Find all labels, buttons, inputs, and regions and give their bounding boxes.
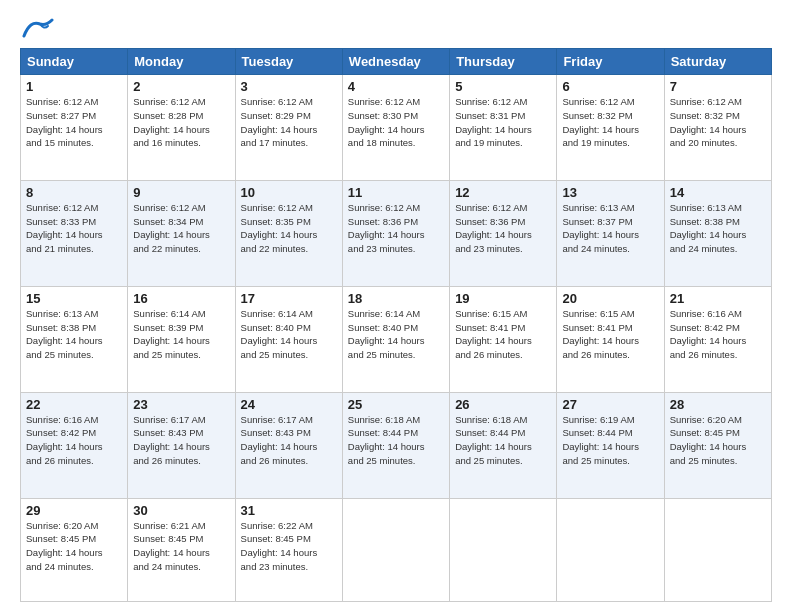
day-info: Sunrise: 6:12 AMSunset: 8:35 PMDaylight:… bbox=[241, 201, 337, 256]
day-info: Sunrise: 6:16 AMSunset: 8:42 PMDaylight:… bbox=[670, 307, 766, 362]
day-number: 5 bbox=[455, 79, 551, 94]
day-number: 10 bbox=[241, 185, 337, 200]
day-number: 8 bbox=[26, 185, 122, 200]
calendar-week-row: 15Sunrise: 6:13 AMSunset: 8:38 PMDayligh… bbox=[21, 286, 772, 392]
day-info: Sunrise: 6:12 AMSunset: 8:33 PMDaylight:… bbox=[26, 201, 122, 256]
calendar-cell: 30Sunrise: 6:21 AMSunset: 8:45 PMDayligh… bbox=[128, 498, 235, 601]
day-info: Sunrise: 6:12 AMSunset: 8:36 PMDaylight:… bbox=[455, 201, 551, 256]
day-info: Sunrise: 6:13 AMSunset: 8:38 PMDaylight:… bbox=[26, 307, 122, 362]
day-info: Sunrise: 6:19 AMSunset: 8:44 PMDaylight:… bbox=[562, 413, 658, 468]
day-info: Sunrise: 6:16 AMSunset: 8:42 PMDaylight:… bbox=[26, 413, 122, 468]
day-number: 2 bbox=[133, 79, 229, 94]
day-info: Sunrise: 6:18 AMSunset: 8:44 PMDaylight:… bbox=[455, 413, 551, 468]
calendar-header-sunday: Sunday bbox=[21, 49, 128, 75]
day-info: Sunrise: 6:15 AMSunset: 8:41 PMDaylight:… bbox=[455, 307, 551, 362]
calendar-header-wednesday: Wednesday bbox=[342, 49, 449, 75]
day-number: 25 bbox=[348, 397, 444, 412]
day-info: Sunrise: 6:15 AMSunset: 8:41 PMDaylight:… bbox=[562, 307, 658, 362]
day-info: Sunrise: 6:13 AMSunset: 8:37 PMDaylight:… bbox=[562, 201, 658, 256]
day-info: Sunrise: 6:12 AMSunset: 8:36 PMDaylight:… bbox=[348, 201, 444, 256]
calendar-cell bbox=[557, 498, 664, 601]
calendar-header-tuesday: Tuesday bbox=[235, 49, 342, 75]
day-number: 24 bbox=[241, 397, 337, 412]
day-number: 14 bbox=[670, 185, 766, 200]
calendar-week-row: 8Sunrise: 6:12 AMSunset: 8:33 PMDaylight… bbox=[21, 180, 772, 286]
calendar-cell: 8Sunrise: 6:12 AMSunset: 8:33 PMDaylight… bbox=[21, 180, 128, 286]
day-number: 1 bbox=[26, 79, 122, 94]
calendar-cell: 12Sunrise: 6:12 AMSunset: 8:36 PMDayligh… bbox=[450, 180, 557, 286]
day-number: 23 bbox=[133, 397, 229, 412]
calendar-header-saturday: Saturday bbox=[664, 49, 771, 75]
day-number: 26 bbox=[455, 397, 551, 412]
calendar-cell: 2Sunrise: 6:12 AMSunset: 8:28 PMDaylight… bbox=[128, 75, 235, 181]
calendar-cell: 6Sunrise: 6:12 AMSunset: 8:32 PMDaylight… bbox=[557, 75, 664, 181]
calendar-cell: 17Sunrise: 6:14 AMSunset: 8:40 PMDayligh… bbox=[235, 286, 342, 392]
calendar-cell: 26Sunrise: 6:18 AMSunset: 8:44 PMDayligh… bbox=[450, 392, 557, 498]
calendar-cell: 1Sunrise: 6:12 AMSunset: 8:27 PMDaylight… bbox=[21, 75, 128, 181]
calendar-cell: 18Sunrise: 6:14 AMSunset: 8:40 PMDayligh… bbox=[342, 286, 449, 392]
day-info: Sunrise: 6:17 AMSunset: 8:43 PMDaylight:… bbox=[241, 413, 337, 468]
calendar-cell bbox=[450, 498, 557, 601]
day-info: Sunrise: 6:12 AMSunset: 8:32 PMDaylight:… bbox=[562, 95, 658, 150]
day-number: 17 bbox=[241, 291, 337, 306]
calendar-cell bbox=[664, 498, 771, 601]
calendar-cell: 22Sunrise: 6:16 AMSunset: 8:42 PMDayligh… bbox=[21, 392, 128, 498]
calendar-cell: 5Sunrise: 6:12 AMSunset: 8:31 PMDaylight… bbox=[450, 75, 557, 181]
day-info: Sunrise: 6:17 AMSunset: 8:43 PMDaylight:… bbox=[133, 413, 229, 468]
logo-icon bbox=[22, 18, 54, 40]
day-number: 30 bbox=[133, 503, 229, 518]
calendar-cell bbox=[342, 498, 449, 601]
day-info: Sunrise: 6:20 AMSunset: 8:45 PMDaylight:… bbox=[26, 519, 122, 574]
calendar-cell: 15Sunrise: 6:13 AMSunset: 8:38 PMDayligh… bbox=[21, 286, 128, 392]
calendar-cell: 10Sunrise: 6:12 AMSunset: 8:35 PMDayligh… bbox=[235, 180, 342, 286]
day-number: 16 bbox=[133, 291, 229, 306]
day-info: Sunrise: 6:22 AMSunset: 8:45 PMDaylight:… bbox=[241, 519, 337, 574]
day-number: 31 bbox=[241, 503, 337, 518]
calendar-cell: 24Sunrise: 6:17 AMSunset: 8:43 PMDayligh… bbox=[235, 392, 342, 498]
calendar-cell: 16Sunrise: 6:14 AMSunset: 8:39 PMDayligh… bbox=[128, 286, 235, 392]
day-number: 27 bbox=[562, 397, 658, 412]
day-number: 9 bbox=[133, 185, 229, 200]
day-number: 11 bbox=[348, 185, 444, 200]
day-info: Sunrise: 6:12 AMSunset: 8:29 PMDaylight:… bbox=[241, 95, 337, 150]
day-info: Sunrise: 6:12 AMSunset: 8:31 PMDaylight:… bbox=[455, 95, 551, 150]
calendar-cell: 9Sunrise: 6:12 AMSunset: 8:34 PMDaylight… bbox=[128, 180, 235, 286]
calendar-cell: 13Sunrise: 6:13 AMSunset: 8:37 PMDayligh… bbox=[557, 180, 664, 286]
day-number: 19 bbox=[455, 291, 551, 306]
calendar-cell: 27Sunrise: 6:19 AMSunset: 8:44 PMDayligh… bbox=[557, 392, 664, 498]
day-info: Sunrise: 6:21 AMSunset: 8:45 PMDaylight:… bbox=[133, 519, 229, 574]
day-number: 29 bbox=[26, 503, 122, 518]
day-info: Sunrise: 6:12 AMSunset: 8:28 PMDaylight:… bbox=[133, 95, 229, 150]
calendar-cell: 7Sunrise: 6:12 AMSunset: 8:32 PMDaylight… bbox=[664, 75, 771, 181]
calendar-cell: 11Sunrise: 6:12 AMSunset: 8:36 PMDayligh… bbox=[342, 180, 449, 286]
day-info: Sunrise: 6:20 AMSunset: 8:45 PMDaylight:… bbox=[670, 413, 766, 468]
calendar-week-row: 1Sunrise: 6:12 AMSunset: 8:27 PMDaylight… bbox=[21, 75, 772, 181]
calendar-week-row: 29Sunrise: 6:20 AMSunset: 8:45 PMDayligh… bbox=[21, 498, 772, 601]
day-number: 6 bbox=[562, 79, 658, 94]
day-number: 12 bbox=[455, 185, 551, 200]
calendar-cell: 25Sunrise: 6:18 AMSunset: 8:44 PMDayligh… bbox=[342, 392, 449, 498]
day-number: 22 bbox=[26, 397, 122, 412]
calendar-cell: 19Sunrise: 6:15 AMSunset: 8:41 PMDayligh… bbox=[450, 286, 557, 392]
day-info: Sunrise: 6:13 AMSunset: 8:38 PMDaylight:… bbox=[670, 201, 766, 256]
day-number: 20 bbox=[562, 291, 658, 306]
calendar-header-row: SundayMondayTuesdayWednesdayThursdayFrid… bbox=[21, 49, 772, 75]
day-number: 21 bbox=[670, 291, 766, 306]
day-number: 28 bbox=[670, 397, 766, 412]
day-info: Sunrise: 6:12 AMSunset: 8:32 PMDaylight:… bbox=[670, 95, 766, 150]
day-number: 7 bbox=[670, 79, 766, 94]
day-info: Sunrise: 6:12 AMSunset: 8:34 PMDaylight:… bbox=[133, 201, 229, 256]
day-number: 13 bbox=[562, 185, 658, 200]
calendar-cell: 28Sunrise: 6:20 AMSunset: 8:45 PMDayligh… bbox=[664, 392, 771, 498]
day-info: Sunrise: 6:12 AMSunset: 8:30 PMDaylight:… bbox=[348, 95, 444, 150]
logo bbox=[20, 18, 54, 40]
calendar-cell: 31Sunrise: 6:22 AMSunset: 8:45 PMDayligh… bbox=[235, 498, 342, 601]
page: SundayMondayTuesdayWednesdayThursdayFrid… bbox=[0, 0, 792, 612]
calendar-cell: 21Sunrise: 6:16 AMSunset: 8:42 PMDayligh… bbox=[664, 286, 771, 392]
day-info: Sunrise: 6:14 AMSunset: 8:40 PMDaylight:… bbox=[348, 307, 444, 362]
day-number: 4 bbox=[348, 79, 444, 94]
calendar-week-row: 22Sunrise: 6:16 AMSunset: 8:42 PMDayligh… bbox=[21, 392, 772, 498]
header bbox=[20, 18, 772, 40]
day-info: Sunrise: 6:14 AMSunset: 8:39 PMDaylight:… bbox=[133, 307, 229, 362]
day-info: Sunrise: 6:14 AMSunset: 8:40 PMDaylight:… bbox=[241, 307, 337, 362]
